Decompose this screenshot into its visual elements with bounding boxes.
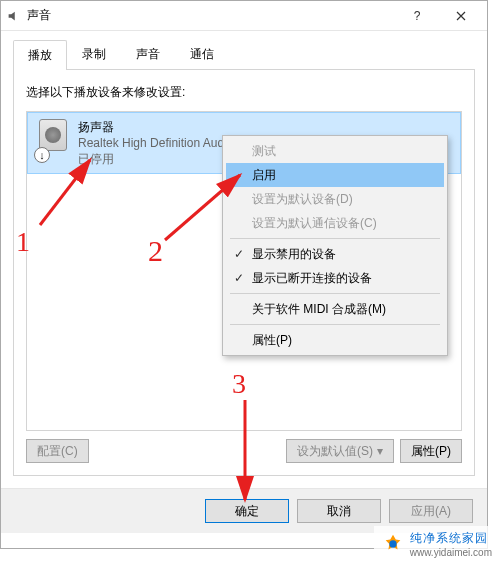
app-icon xyxy=(5,8,21,24)
device-name: 扬声器 xyxy=(78,119,233,135)
cancel-button[interactable]: 取消 xyxy=(297,499,381,523)
ctx-show-disconnected[interactable]: ✓显示已断开连接的设备 xyxy=(226,266,444,290)
tab-strip: 播放 录制 声音 通信 xyxy=(13,39,475,70)
watermark: 纯净系统家园 www.yidaimei.com xyxy=(374,526,500,562)
configure-button[interactable]: 配置(C) xyxy=(26,439,89,463)
watermark-logo-icon xyxy=(382,533,404,555)
watermark-title: 纯净系统家园 xyxy=(410,530,492,547)
titlebar: 声音 ? xyxy=(1,1,487,31)
ctx-show-disabled[interactable]: ✓显示禁用的设备 xyxy=(226,242,444,266)
panel-button-row: 配置(C) 设为默认值(S) ▾ 属性(P) xyxy=(26,439,462,463)
ctx-sep-3 xyxy=(230,324,440,325)
tab-recording[interactable]: 录制 xyxy=(67,39,121,69)
chevron-down-icon: ▾ xyxy=(377,444,383,458)
disabled-badge-icon: ↓ xyxy=(34,147,50,163)
window-title: 声音 xyxy=(27,7,51,24)
ctx-enable[interactable]: 启用 xyxy=(226,163,444,187)
check-icon: ✓ xyxy=(226,247,252,261)
ctx-properties[interactable]: 属性(P) xyxy=(226,328,444,352)
ctx-sep-2 xyxy=(230,293,440,294)
set-default-button[interactable]: 设为默认值(S) ▾ xyxy=(286,439,394,463)
properties-button[interactable]: 属性(P) xyxy=(400,439,462,463)
context-menu: 测试 启用 设置为默认设备(D) 设置为默认通信设备(C) ✓显示禁用的设备 ✓… xyxy=(222,135,448,356)
ctx-set-default[interactable]: 设置为默认设备(D) xyxy=(226,187,444,211)
device-status: 已停用 xyxy=(78,151,233,167)
svg-point-3 xyxy=(389,540,396,547)
watermark-url: www.yidaimei.com xyxy=(410,547,492,558)
device-desc: Realtek High Definition Audio xyxy=(78,135,233,151)
device-text: 扬声器 Realtek High Definition Audio 已停用 xyxy=(78,119,233,167)
ctx-test[interactable]: 测试 xyxy=(226,139,444,163)
tab-playback[interactable]: 播放 xyxy=(13,40,67,70)
help-button[interactable]: ? xyxy=(395,2,439,30)
ctx-midi-about[interactable]: 关于软件 MIDI 合成器(M) xyxy=(226,297,444,321)
tab-communications[interactable]: 通信 xyxy=(175,39,229,69)
check-icon: ✓ xyxy=(226,271,252,285)
set-default-label: 设为默认值(S) xyxy=(297,443,373,460)
ctx-set-default-comm[interactable]: 设置为默认通信设备(C) xyxy=(226,211,444,235)
panel-hint: 选择以下播放设备来修改设置: xyxy=(26,84,462,101)
speaker-icon: ↓ xyxy=(36,119,70,161)
ok-button[interactable]: 确定 xyxy=(205,499,289,523)
ctx-sep-1 xyxy=(230,238,440,239)
close-button[interactable] xyxy=(439,2,483,30)
apply-button[interactable]: 应用(A) xyxy=(389,499,473,523)
tab-sounds[interactable]: 声音 xyxy=(121,39,175,69)
